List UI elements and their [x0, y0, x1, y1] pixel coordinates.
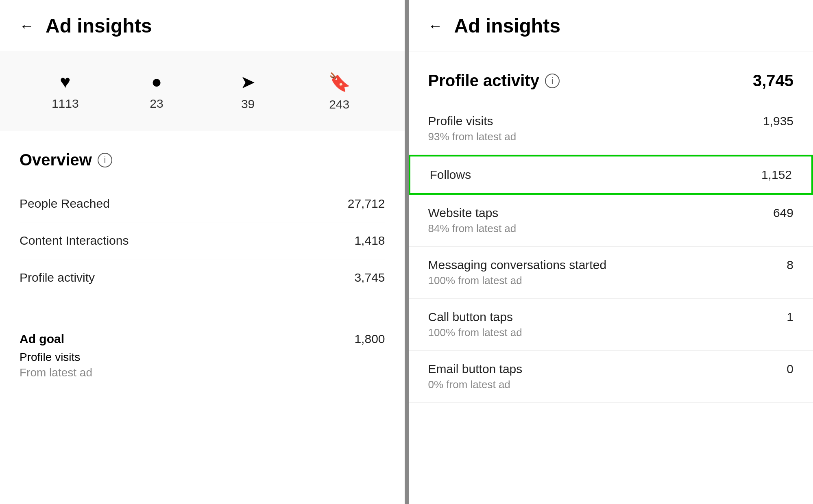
metric-call-button-label: Call button taps — [428, 310, 513, 324]
right-page-title: Ad insights — [454, 15, 560, 37]
comment-icon: ● — [151, 72, 162, 92]
metric-profile-visits-top: Profile visits 1,935 — [428, 114, 794, 128]
left-header: ← Ad insights — [0, 0, 405, 52]
metric-email-button-label: Email button taps — [428, 362, 523, 376]
overview-title: Overview — [20, 151, 92, 169]
metric-website-taps-sub: 84% from latest ad — [428, 222, 794, 235]
overview-info-icon[interactable]: i — [98, 153, 112, 167]
right-panel: ← Ad insights Profile activity i 3,745 P… — [409, 0, 813, 504]
metric-email-button-top: Email button taps 0 — [428, 362, 794, 376]
ad-goal-value: 1,800 — [354, 332, 385, 346]
profile-activity-title-group: Profile activity i — [428, 72, 560, 90]
metric-website-taps-label: Website taps — [428, 206, 499, 220]
metric-profile-visits-value: 1,935 — [763, 114, 793, 128]
stat-comments: ● 23 — [111, 72, 203, 111]
metric-messaging-top: Messaging conversations started 8 — [428, 258, 794, 272]
metric-call-button-sub: 100% from latest ad — [428, 326, 794, 339]
profile-activity-label: Profile activity — [20, 271, 95, 285]
content-interactions-label: Content Interactions — [20, 234, 129, 248]
ad-goal-from-label: From latest ad — [20, 366, 92, 379]
people-reached-value: 27,712 — [348, 197, 385, 211]
profile-activity-title: Profile activity — [428, 72, 539, 90]
share-icon: ➤ — [240, 72, 255, 92]
metric-call-button-value: 1 — [787, 310, 793, 324]
metric-website-taps: Website taps 649 84% from latest ad — [409, 195, 813, 247]
left-back-button[interactable]: ← — [20, 17, 34, 35]
ad-goal-row: Ad goal Profile visits From latest ad 1,… — [20, 332, 385, 379]
metric-website-taps-value: 649 — [773, 206, 793, 220]
likes-value: 1113 — [52, 97, 79, 111]
content-interactions-value: 1,418 — [354, 234, 385, 248]
profile-activity-row: Profile activity 3,745 — [20, 259, 385, 296]
metric-follows: Follows 1,152 — [409, 155, 813, 195]
shares-value: 39 — [241, 97, 255, 111]
ad-goal-title: Ad goal — [20, 332, 92, 346]
overview-title-row: Overview i — [20, 151, 385, 169]
metric-messaging: Messaging conversations started 8 100% f… — [409, 247, 813, 299]
content-interactions-row: Content Interactions 1,418 — [20, 222, 385, 259]
profile-activity-header: Profile activity i 3,745 — [409, 52, 813, 103]
metric-follows-value: 1,152 — [761, 168, 792, 182]
comments-value: 23 — [150, 97, 163, 111]
metric-email-button: Email button taps 0 0% from latest ad — [409, 351, 813, 403]
metric-call-button: Call button taps 1 100% from latest ad — [409, 299, 813, 351]
heart-icon: ♥ — [60, 72, 70, 92]
metric-call-button-top: Call button taps 1 — [428, 310, 794, 324]
metric-follows-label: Follows — [430, 168, 471, 182]
left-panel: ← Ad insights ♥ 1113 ● 23 ➤ 39 🔖 243 Ove… — [0, 0, 405, 504]
stat-shares: ➤ 39 — [202, 72, 294, 111]
ad-goal-subtitle: Profile visits — [20, 351, 92, 364]
left-page-title: Ad insights — [46, 15, 152, 37]
metric-profile-visits-label: Profile visits — [428, 114, 493, 128]
bookmark-icon: 🔖 — [328, 72, 351, 93]
ad-goal-left: Ad goal Profile visits From latest ad — [20, 332, 92, 379]
metric-email-button-sub: 0% from latest ad — [428, 378, 794, 391]
metric-email-button-value: 0 — [787, 362, 793, 376]
people-reached-label: People Reached — [20, 197, 110, 211]
profile-activity-value: 3,745 — [354, 271, 385, 285]
stat-saves: 🔖 243 — [294, 72, 385, 111]
metric-profile-visits-sub: 93% from latest ad — [428, 130, 794, 143]
people-reached-row: People Reached 27,712 — [20, 185, 385, 222]
panel-divider — [405, 0, 409, 504]
stat-likes: ♥ 1113 — [20, 72, 111, 111]
saves-value: 243 — [329, 98, 349, 111]
ad-goal-section: Ad goal Profile visits From latest ad 1,… — [0, 316, 405, 395]
stats-row: ♥ 1113 ● 23 ➤ 39 🔖 243 — [0, 52, 405, 131]
metric-messaging-value: 8 — [787, 258, 793, 272]
metric-profile-visits: Profile visits 1,935 93% from latest ad — [409, 103, 813, 155]
metric-messaging-label: Messaging conversations started — [428, 258, 607, 272]
right-header: ← Ad insights — [409, 0, 813, 52]
profile-activity-total: 3,745 — [753, 72, 793, 90]
metric-website-taps-top: Website taps 649 — [428, 206, 794, 220]
profile-activity-info-icon[interactable]: i — [545, 74, 560, 88]
overview-section: Overview i People Reached 27,712 Content… — [0, 131, 405, 316]
right-back-button[interactable]: ← — [428, 17, 443, 35]
metric-messaging-sub: 100% from latest ad — [428, 274, 794, 287]
